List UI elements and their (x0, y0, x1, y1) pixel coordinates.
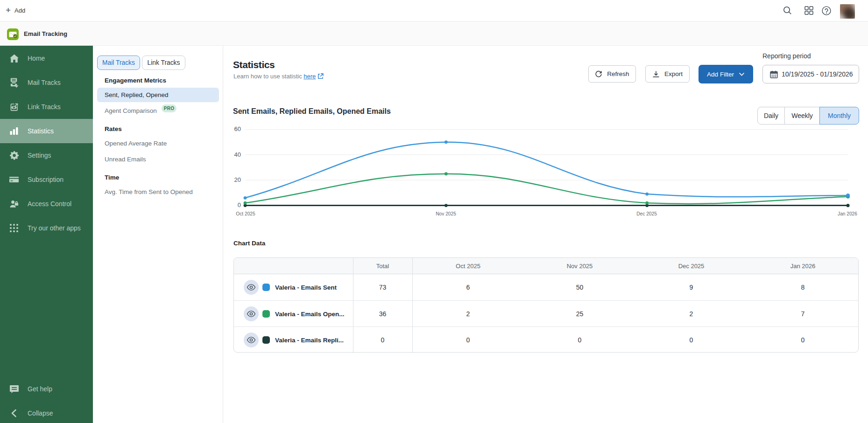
svg-text:Oct 2025: Oct 2025 (236, 211, 255, 216)
svg-text:Nov 2025: Nov 2025 (436, 211, 456, 216)
svg-text:40: 40 (234, 151, 241, 158)
svg-text:Jan 2026: Jan 2026 (838, 211, 857, 216)
svg-text:60: 60 (234, 125, 241, 132)
svg-text:20: 20 (234, 176, 241, 183)
svg-text:0: 0 (238, 201, 241, 208)
svg-text:Dec 2025: Dec 2025 (636, 211, 657, 216)
